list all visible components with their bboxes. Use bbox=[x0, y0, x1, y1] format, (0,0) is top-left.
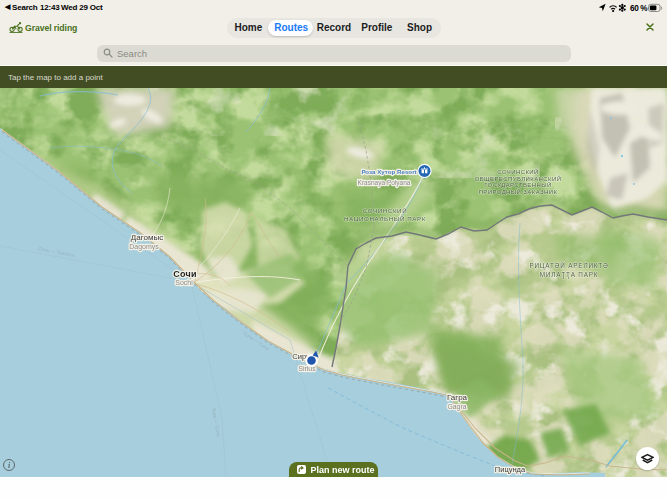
svg-text:МИЛАҬҬА ПАРК: МИЛАҬҬА ПАРК bbox=[540, 271, 599, 279]
svg-text:Gagra: Gagra bbox=[448, 403, 467, 411]
svg-text:Дагомыс: Дагомыс bbox=[131, 233, 163, 242]
svg-text:Пицунда: Пицунда bbox=[495, 465, 526, 474]
svg-text:ПРИРОДНЫЙ ЗАКАЗНИК: ПРИРОДНЫЙ ЗАКАЗНИК bbox=[479, 188, 558, 195]
svg-text:ОБЩЕРЕСПУБЛИКАНСКИЙ: ОБЩЕРЕСПУБЛИКАНСКИЙ bbox=[475, 175, 562, 182]
svg-text:СОЧИНСКИЙ: СОЧИНСКИЙ bbox=[363, 207, 407, 214]
svg-text:РИЦАТӘЙ АРЕЛИКТӘ: РИЦАТӘЙ АРЕЛИКТӘ bbox=[529, 261, 608, 270]
svg-text:Sochi: Sochi bbox=[175, 279, 193, 286]
svg-text:Сочи: Сочи bbox=[173, 269, 197, 279]
svg-text:60 %: 60 % bbox=[630, 4, 648, 13]
svg-text:Гагра: Гагра bbox=[447, 393, 468, 402]
svg-text:ГОСУДАРСТВЕННЫЙ: ГОСУДАРСТВЕННЫЙ bbox=[484, 181, 551, 188]
svg-text:СОЧИНСКИЙ: СОЧИНСКИЙ bbox=[497, 168, 538, 175]
svg-text:НАЦИОНАЛЬНЫЙ ПАРК: НАЦИОНАЛЬНЫЙ ПАРК bbox=[344, 215, 426, 222]
svg-text:Krasnaya Polyana: Krasnaya Polyana bbox=[358, 179, 411, 187]
svg-text:Роза Хутор Resort: Роза Хутор Resort bbox=[361, 168, 416, 175]
svg-text:Dagomys: Dagomys bbox=[129, 243, 159, 251]
